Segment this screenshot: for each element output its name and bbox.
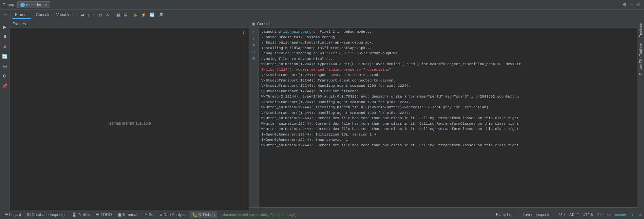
tab-profiler[interactable]: ⌛ Profiler: [69, 211, 93, 218]
separator-2: [77, 12, 77, 18]
dart-analysis-label: Dart Analysis: [163, 212, 186, 217]
log-line: √ Built build\app\outputs\flutter-apk\ap…: [261, 40, 634, 46]
database-label: Database Inspector: [32, 212, 66, 217]
frames-down-btn[interactable]: ↓: [241, 29, 246, 35]
profiler-icon: ⌛: [72, 212, 77, 217]
debug-tab-name: main.dart: [26, 3, 43, 7]
console-filter-btn[interactable]: ⇕: [251, 42, 256, 48]
database-icon: ⚿: [27, 212, 31, 217]
coverage-button[interactable]: ◎: [1, 62, 9, 70]
tab-frames[interactable]: Frames: [12, 11, 31, 19]
log-line: W/utter_animatio(12244): Current dex fil…: [261, 121, 634, 127]
run-to-cursor-button[interactable]: ↑↑: [97, 12, 104, 18]
console-down-btn[interactable]: ↓: [252, 36, 256, 41]
git-icon: ⎇: [143, 212, 148, 217]
log-line: Running Gradle task 'assembleDebug'...: [261, 35, 634, 40]
minimize-button[interactable]: −: [629, 2, 635, 8]
log-line: W/utter_animatio(12244): Current dex fil…: [261, 143, 634, 148]
log-line: Syncing files to device Pixel 2...: [261, 56, 634, 62]
layout-inspector-button[interactable]: Layout Inspector: [520, 211, 555, 218]
console-output[interactable]: Launching lib\main.dart on Pixel 2 in de…: [259, 28, 637, 207]
resume-side-button[interactable]: ▶: [1, 23, 9, 31]
right-sidebar: Emulator Device File Explorer: [637, 20, 644, 210]
settings-button[interactable]: ⚙: [621, 2, 628, 8]
tab-debug[interactable]: 🐛 S: Debug: [190, 211, 217, 218]
vcs-push-button[interactable]: ↑: [630, 211, 635, 218]
indent: 2 spaces: [597, 213, 611, 217]
log-line: W/utter_animation(12244): type=1400 audi…: [261, 62, 634, 67]
bottom-status: Event Log Layout Inspector 23:1 CRLF UTF…: [493, 211, 642, 218]
console-panel: ▣ Console ↑ ↓ ⇕ ⊟ 🗑 Launching lib\main.d…: [249, 20, 637, 210]
step-over-back-button[interactable]: ⇄: [79, 12, 85, 18]
log-line: W/utter_animatio(12244): Current dex fil…: [261, 126, 634, 132]
pause-button[interactable]: ⚡: [140, 12, 147, 18]
log-line: V/StudioTransport(12244): Handling agent…: [261, 83, 634, 89]
log-line: Installing build\app\outputs\flutter-apk…: [261, 46, 634, 51]
step-into-button[interactable]: ↓: [86, 12, 91, 18]
pause-side-button[interactable]: ⏸: [1, 33, 9, 41]
log-line: I/OpenGLRenderer(12244): Initialized EGL…: [261, 132, 634, 137]
frames-empty-message: Frames are not available: [107, 121, 151, 126]
event-log-button[interactable]: Event Log: [493, 211, 516, 218]
tab-todo[interactable]: ☰ TODO: [93, 211, 114, 218]
log-line: V/StudioTransport(12244): Agent command …: [261, 72, 634, 78]
console-title: Console: [257, 22, 272, 26]
log-line: Debug service listening on ws://127.0.0.…: [261, 51, 634, 56]
status-message: * daemon started successfully (39 minute…: [220, 213, 296, 217]
evaluate-button[interactable]: ✕: [104, 12, 111, 18]
tab-console[interactable]: Console: [33, 11, 53, 19]
warning-icon: ⚠: [639, 212, 642, 217]
device-file-label[interactable]: Device File Explorer: [638, 40, 643, 78]
frames-grid-button[interactable]: ▦: [115, 12, 122, 18]
log-line: W/utter_animatio(12244): Accessing hidde…: [261, 105, 634, 110]
console-delete-btn[interactable]: 🗑: [251, 56, 257, 61]
reload-button[interactable]: 🔄: [148, 12, 156, 18]
tab-database-inspector[interactable]: ⚿ Database Inspector: [24, 211, 68, 218]
cursor-position: 23:1: [559, 213, 565, 217]
log-line: V/StudioTransport(12244): Handling agent…: [261, 110, 634, 116]
frames-up-btn[interactable]: ↑: [237, 29, 241, 35]
step-out-button[interactable]: ↑: [91, 12, 96, 18]
frames-list-button[interactable]: ▤: [122, 12, 129, 18]
rerun-button[interactable]: ⟳: [2, 12, 8, 18]
debug-label: Debug:: [3, 3, 15, 7]
log-line: V/StudioTransport(12244): Handling agent…: [261, 100, 634, 105]
pin-button[interactable]: 📌: [1, 82, 9, 90]
console-icon: ▣: [252, 22, 255, 26]
close-tab-icon[interactable]: ✕: [45, 3, 47, 7]
separator-3: [113, 12, 113, 18]
console-clear-btn[interactable]: ⊟: [251, 49, 256, 55]
debug-tab-label: S: Debug: [198, 212, 215, 217]
logcat-icon: ☰: [5, 212, 8, 217]
log-line: E/libc (12244): Access denied finding pr…: [261, 67, 634, 73]
frames-header: Frames: [10, 20, 249, 28]
git-label: Git: [149, 212, 154, 217]
resume-button[interactable]: ▶: [133, 12, 139, 18]
tab-logcat[interactable]: ☰ Logcat: [2, 211, 24, 218]
dart-analysis-icon: ◈: [160, 212, 162, 217]
console-toolbar: ↑ ↓ ⇕ ⊟ 🗑: [249, 28, 259, 207]
debug-bar-controls: ⚙ − ⧉: [621, 2, 641, 8]
console-up-btn[interactable]: ↑: [252, 29, 256, 34]
inspect-button[interactable]: 🔎: [157, 12, 164, 18]
separator-1: [10, 12, 10, 18]
encoding: UTF-8: [583, 213, 593, 217]
debug-icon: 🐛: [192, 212, 197, 217]
tab-terminal[interactable]: ▣ Terminal: [115, 211, 140, 218]
debug-bar: Debug: main.dart ✕ ⚙ − ⧉: [0, 0, 644, 10]
frames-content: ↑ ↓ Frames are not available: [10, 28, 249, 210]
rerun-side-button[interactable]: 🔄: [1, 52, 9, 60]
emulator-label[interactable]: Emulator: [638, 20, 643, 40]
restore-button[interactable]: ⧉: [636, 2, 641, 8]
tab-git[interactable]: ⎇ Git: [141, 211, 156, 218]
debug-tab[interactable]: main.dart ✕: [17, 1, 50, 8]
terminal-icon: ▣: [118, 212, 122, 217]
log-line: I/OpenGLRenderer(12244): Swap behavior 1: [261, 137, 634, 143]
tab-dart-analysis[interactable]: ◈ Dart Analysis: [157, 211, 189, 218]
line-ending: CRLF: [569, 213, 579, 217]
console-scrollbar[interactable]: [249, 207, 637, 210]
settings-side-button[interactable]: ⚙: [1, 72, 9, 80]
stop-side-button[interactable]: ■: [1, 43, 9, 50]
tab-variables[interactable]: Variables: [54, 11, 75, 19]
log-line: Launching lib\main.dart on Pixel 2 in de…: [261, 29, 634, 35]
